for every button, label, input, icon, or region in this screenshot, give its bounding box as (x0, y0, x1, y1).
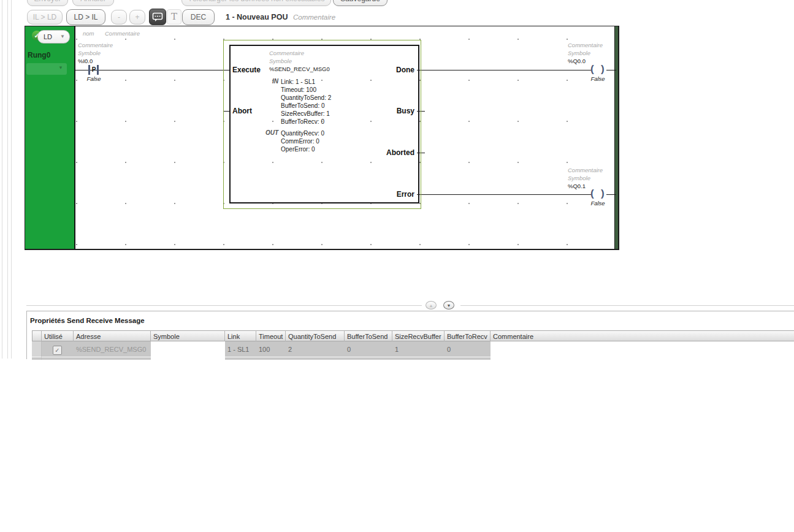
save-button[interactable]: Sauvegarde (333, 0, 387, 6)
properties-title: Propriétés Send Receive Message (30, 317, 145, 324)
col-utilise[interactable]: Utilisé (42, 330, 74, 341)
col-buffertorecv[interactable]: BufferToRecv (445, 330, 491, 341)
left-splitter-line[interactable] (2, 0, 2, 359)
wire-coil1-rail (606, 194, 616, 195)
cell-link[interactable]: 1 - SL1 (225, 341, 256, 357)
comment-bubble-icon (152, 12, 163, 22)
coil1-address[interactable]: %Q0.1 (568, 183, 586, 189)
block-out-param: QuantityRecv: 0 (281, 129, 324, 137)
col-link[interactable]: Link (225, 330, 256, 341)
rung-editor[interactable]: ✓ LD ▼ Rung0 ▼ nom Commentaire Commentai… (25, 26, 619, 250)
cell-commentaire[interactable] (491, 341, 794, 357)
row-selector[interactable] (32, 341, 42, 357)
block-in-param: QuantityToSend: 2 (281, 94, 331, 102)
block-out-param: OperError: 0 (281, 145, 315, 153)
coil-open-icon: ( (590, 188, 594, 200)
block-in-param: Link: 1 - SL1 (281, 78, 315, 86)
contact-bar-right (97, 65, 99, 75)
left-splitter-line[interactable] (11, 0, 12, 359)
block-out-label: OUT (262, 129, 278, 136)
coil1-comment-placeholder[interactable]: Commentaire (568, 167, 603, 173)
text-tool-button[interactable]: T (167, 9, 181, 25)
cell-buffertorecv[interactable]: 0 (445, 341, 491, 357)
block-symbol-placeholder[interactable]: Symbole (269, 58, 292, 64)
cancel-button[interactable]: Annuler (72, 0, 114, 6)
ld-to-il-button[interactable]: LD > IL (66, 9, 105, 25)
collapse-down-button[interactable]: ▼ (443, 301, 454, 310)
properties-table[interactable]: Utilisé Adresse Symbole Link Timeout Qua… (32, 330, 794, 360)
zoom-out-button[interactable]: - (111, 10, 127, 25)
block-input-abort: Abort (232, 107, 252, 115)
coil0-symbol-placeholder[interactable]: Symbole (568, 50, 590, 56)
rung-option-select[interactable]: ▼ (26, 63, 67, 75)
coil1-value: False (587, 200, 609, 207)
dec-format-button[interactable]: DEC (182, 9, 215, 25)
chevron-down-icon: ▼ (60, 31, 65, 43)
cell-quantitytosend[interactable]: 2 (286, 341, 345, 357)
table-header-row: Utilisé Adresse Symbole Link Timeout Qua… (32, 330, 794, 341)
rung-name-placeholder[interactable]: nom (83, 30, 94, 37)
block-comment-placeholder[interactable]: Commentaire (269, 50, 304, 56)
coil-open-icon: ( (590, 63, 594, 75)
col-quantitytosend[interactable]: QuantityToSend (286, 330, 345, 341)
col-buffertosend[interactable]: BufferToSend (345, 330, 392, 341)
il-to-ld-button[interactable]: IL > LD (27, 10, 63, 25)
coil0-address[interactable]: %Q0.0 (568, 58, 586, 64)
cell-sizerecvbuffer[interactable]: 1 (392, 341, 445, 357)
block-in-param: SizeRecvBuffer: 1 (281, 110, 330, 118)
col-symbole[interactable]: Symbole (151, 330, 225, 341)
contact-value: False (80, 75, 107, 82)
block-in-label: IN (262, 78, 278, 85)
col-commentaire[interactable]: Commentaire (491, 330, 794, 341)
col-sizerecvbuffer[interactable]: SizeRecvBuffer (392, 330, 445, 341)
block-output-aborted: Aborted (353, 148, 414, 157)
block-in-param: Timeout: 100 (281, 86, 316, 94)
send-button[interactable]: Envoyer (27, 0, 68, 6)
cell-symbole[interactable] (151, 341, 225, 357)
table-row[interactable]: ✓ %SEND_RECV_MSG0 1 - SL1 100 2 0 1 0 (32, 341, 794, 357)
panel-splitter[interactable] (460, 305, 794, 306)
coil1-symbol-placeholder[interactable]: Symbole (568, 175, 590, 181)
right-power-rail (614, 26, 618, 249)
pou-comment-field[interactable]: Commentaire (293, 13, 335, 21)
contact-comment-placeholder[interactable]: Commentaire (78, 42, 113, 48)
col-timeout[interactable]: Timeout (256, 330, 286, 341)
coil0-value: False (587, 75, 609, 82)
coil0-comment-placeholder[interactable]: Commentaire (568, 42, 603, 48)
table-row-partial[interactable] (32, 357, 794, 360)
rung-language-select[interactable]: LD ▼ (37, 30, 70, 44)
wire-coil0-rail (606, 70, 616, 70)
panel-splitter[interactable] (26, 305, 422, 306)
cell-utilise[interactable]: ✓ (42, 341, 74, 357)
comment-tool-button[interactable] (149, 9, 166, 25)
left-splitter-line[interactable] (7, 0, 8, 359)
block-address[interactable]: %SEND_RECV_MSG0 (269, 66, 330, 72)
contact-symbol-placeholder[interactable]: Symbole (78, 50, 101, 56)
coil-close-icon: ) (601, 188, 605, 200)
contact-address[interactable]: %I0.0 (78, 58, 93, 64)
used-checkbox[interactable]: ✓ (53, 346, 62, 355)
block-output-busy: Busy (353, 107, 414, 115)
pou-title: 1 - Nouveau POU (226, 13, 288, 21)
ladder-canvas[interactable]: nom Commentaire Commentaire Symbole %I0.… (75, 26, 614, 249)
block-out-param: CommError: 0 (281, 137, 319, 145)
cell-buffertosend[interactable]: 0 (345, 341, 392, 357)
block-in-param: BufferToRecv: 0 (281, 118, 324, 126)
block-input-execute: Execute (232, 66, 261, 74)
chevron-down-icon: ▼ (58, 65, 63, 70)
rung-header-bar[interactable]: ✓ LD ▼ Rung0 ▼ (25, 26, 74, 249)
col-adresse[interactable]: Adresse (74, 330, 151, 341)
rung-language-value: LD (44, 33, 52, 40)
collapse-up-button[interactable]: ▲ (426, 301, 437, 310)
rung-name-label: Rung0 (28, 51, 50, 59)
contact-edge-letter: P (91, 65, 97, 75)
block-output-done: Done (353, 66, 414, 74)
zoom-in-button[interactable]: + (129, 10, 145, 25)
cell-adresse[interactable]: %SEND_RECV_MSG0 (74, 341, 151, 357)
download-non-executable-button[interactable]: Télécharger les données non exécutables (181, 0, 331, 6)
rung-comment-placeholder[interactable]: Commentaire (105, 30, 140, 37)
block-output-error: Error (353, 190, 414, 199)
cell-timeout[interactable]: 100 (256, 341, 286, 357)
row-selector-header (32, 330, 42, 341)
coil-close-icon: ) (601, 63, 605, 75)
